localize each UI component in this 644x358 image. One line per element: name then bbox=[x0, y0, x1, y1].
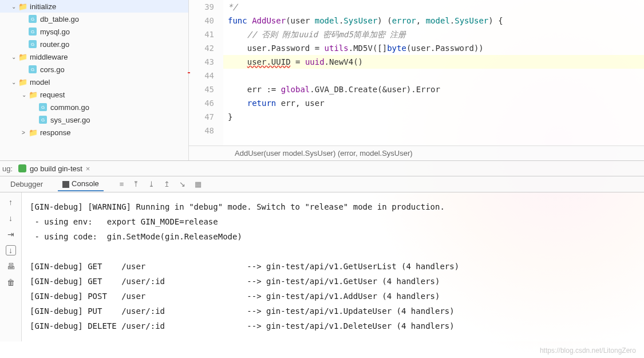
file-common.go[interactable]: Gcommon.go bbox=[0, 101, 188, 113]
code-lines[interactable]: */func AddUser(user model.SysUser) (erro… bbox=[223, 0, 644, 145]
run-prefix: ug: bbox=[2, 164, 13, 173]
console-icon bbox=[62, 181, 69, 188]
code-editor[interactable]: 39404142434445464748 */func AddUser(user… bbox=[189, 0, 644, 160]
down-icon[interactable]: ⤓ bbox=[148, 180, 155, 188]
run-config-icon bbox=[18, 164, 26, 172]
tab-debugger[interactable]: Debugger bbox=[6, 178, 48, 191]
file-db_table.go[interactable]: Gdb_table.go bbox=[0, 13, 188, 25]
folder-model[interactable]: ⌄📁model bbox=[0, 76, 188, 88]
trash-icon[interactable]: 🗑 bbox=[6, 277, 16, 288]
print-icon[interactable]: 🖶 bbox=[6, 261, 16, 272]
run-config-label[interactable]: go build gin-test bbox=[30, 164, 82, 173]
folder-request[interactable]: ⌄📁request bbox=[0, 88, 188, 101]
up-icon[interactable]: ⤒ bbox=[133, 180, 139, 188]
toolbar-icons: ≡ ⤒ ⤓ ↥ ↘ ▦ bbox=[120, 180, 202, 188]
filter-icon[interactable]: ≡ bbox=[120, 180, 124, 188]
scroll-icon[interactable]: ↘ bbox=[179, 180, 185, 188]
file-mysql.go[interactable]: Gmysql.go bbox=[0, 25, 188, 38]
console-gutter: ↑ ↓ ⇥ ↓ 🖶 🗑 bbox=[0, 192, 22, 341]
file-sys_user.go[interactable]: Gsys_user.go bbox=[0, 113, 188, 126]
watermark: https://blog.csdn.net/LitongZero bbox=[540, 347, 636, 355]
folder-initialize[interactable]: ⌄📁initialize bbox=[0, 0, 188, 13]
console-output[interactable]: [GIN-debug] [WARNING] Running in "debug"… bbox=[22, 192, 644, 341]
step-up-icon[interactable]: ↑ bbox=[6, 197, 16, 207]
breadcrumb[interactable]: AddUser(user model.SysUser) (error, mode… bbox=[189, 145, 644, 160]
calc-icon[interactable]: ▦ bbox=[195, 180, 202, 188]
line-gutter: 39404142434445464748 bbox=[189, 0, 223, 145]
wrap-icon[interactable]: ⇥ bbox=[6, 229, 16, 239]
folder-middleware[interactable]: ⌄📁middleware bbox=[0, 50, 188, 63]
step-down-icon[interactable]: ↓ bbox=[6, 213, 16, 223]
scroll-end-icon[interactable]: ↓ bbox=[6, 245, 16, 255]
close-icon[interactable]: × bbox=[86, 164, 90, 173]
file-cors.go[interactable]: Gcors.go bbox=[0, 63, 188, 76]
change-marker bbox=[188, 72, 190, 73]
export-icon[interactable]: ↥ bbox=[164, 180, 170, 188]
tab-console[interactable]: Console bbox=[58, 177, 104, 191]
breadcrumb-text: AddUser(user model.SysUser) (error, mode… bbox=[235, 149, 413, 158]
tool-tabs[interactable]: Debugger Console ≡ ⤒ ⤓ ↥ ↘ ▦ bbox=[0, 176, 644, 192]
file-router.go[interactable]: Grouter.go bbox=[0, 38, 188, 50]
run-tab-bar[interactable]: ug: go build gin-test × bbox=[0, 160, 644, 176]
project-tree[interactable]: ⌄📁initializeGdb_table.goGmysql.goGrouter… bbox=[0, 0, 189, 160]
folder-response[interactable]: >📁response bbox=[0, 126, 188, 139]
